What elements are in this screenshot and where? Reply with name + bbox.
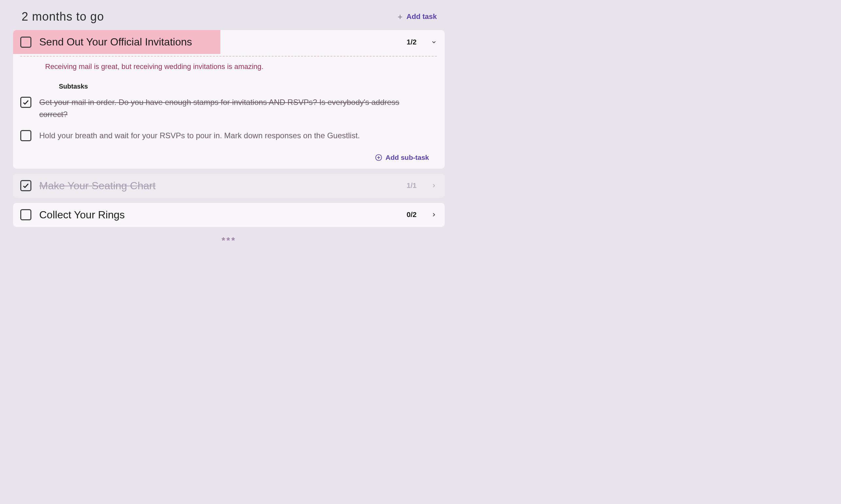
subtask-row: Get your mail in order. Do you have enou… [20, 96, 437, 129]
task-title: Collect Your Rings [39, 209, 399, 221]
circle-plus-icon [375, 154, 382, 161]
chevron-right-icon [431, 212, 437, 218]
task-checkbox[interactable] [20, 180, 31, 191]
task-card: Send Out Your Official Invitations 1/2 R… [13, 30, 445, 169]
task-title: Make Your Seating Chart [39, 180, 399, 192]
add-subtask-button[interactable]: Add sub-task [375, 154, 429, 161]
add-task-label: Add task [407, 13, 437, 21]
task-counter: 0/2 [407, 211, 416, 219]
section-title: 2 months to go [22, 10, 104, 23]
checkmark-icon [22, 182, 30, 189]
subtask-checkbox[interactable] [20, 97, 31, 108]
task-body: Receiving mail is great, but receiving w… [13, 54, 445, 169]
subtask-text: Get your mail in order. Do you have enou… [39, 96, 437, 120]
task-counter: 1/2 [407, 38, 416, 47]
task-header[interactable]: Send Out Your Official Invitations 1/2 [13, 30, 445, 54]
plus-icon: + [398, 13, 402, 21]
task-header[interactable]: Collect Your Rings 0/2 [13, 203, 445, 227]
task-description: Receiving mail is great, but receiving w… [20, 62, 437, 71]
section-header: 2 months to go + Add task [13, 10, 445, 30]
dashed-divider [20, 56, 437, 56]
add-subtask-row: Add sub-task [20, 151, 437, 161]
checkmark-icon [22, 99, 30, 106]
subtask-checkbox[interactable] [20, 130, 31, 141]
add-subtask-label: Add sub-task [386, 154, 429, 161]
chevron-down-icon [431, 39, 437, 45]
task-title: Send Out Your Official Invitations [39, 36, 399, 48]
task-card: Collect Your Rings 0/2 [13, 203, 445, 227]
add-task-button[interactable]: + Add task [398, 13, 445, 21]
task-checkbox[interactable] [20, 37, 31, 48]
chevron-right-icon [431, 183, 437, 188]
task-header[interactable]: Make Your Seating Chart 1/1 [13, 174, 445, 198]
section-divider: *** [13, 232, 445, 246]
task-card: Make Your Seating Chart 1/1 [13, 174, 445, 198]
task-counter: 1/1 [407, 181, 416, 190]
subtasks-heading: Subtasks [20, 83, 437, 90]
subtask-text: Hold your breath and wait for your RSVPs… [39, 129, 437, 142]
subtask-row: Hold your breath and wait for your RSVPs… [20, 129, 437, 151]
task-checkbox[interactable] [20, 209, 31, 220]
